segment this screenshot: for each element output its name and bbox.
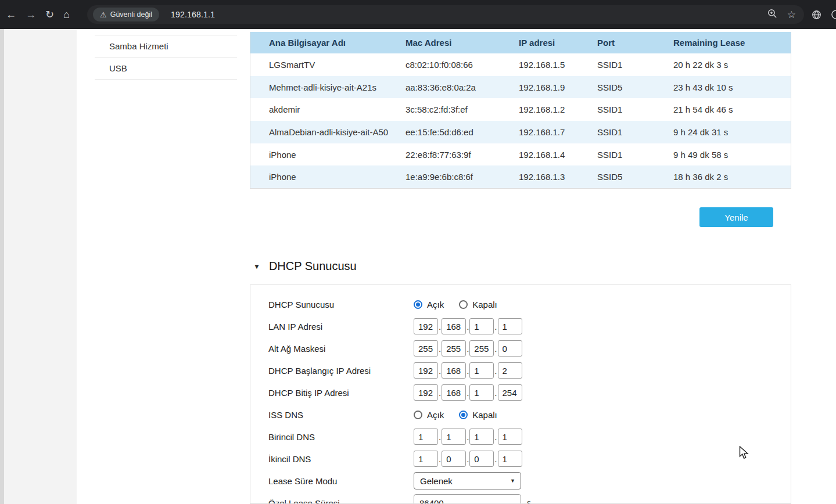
profile-icon[interactable] [830, 9, 836, 20]
lan-ip-octet-1[interactable] [414, 318, 438, 334]
port-cell: SSID1 [597, 105, 673, 114]
octet-separator [439, 366, 441, 375]
lease-mode-selected-value: Gelenek [420, 476, 453, 486]
lease-cell: 18 h 36 dk 2 s [673, 172, 791, 182]
custom-lease-label: Özel Lease Süresi [250, 498, 414, 504]
octet-separator [467, 366, 469, 375]
form-row-isp-dns: ISS DNS Açık Kapalı [250, 404, 791, 426]
lease-mode-select[interactable]: Gelenek ▼ [414, 472, 521, 489]
mac-cell: ee:15:fe:5d:d6:ed [406, 127, 519, 137]
port-cell: SSID5 [597, 82, 673, 92]
sidebar: Samba Hizmeti USB [95, 29, 237, 80]
hostname-cell: LGSmartTV [250, 60, 406, 70]
mac-cell: aa:83:36:e8:0a:2a [406, 82, 519, 92]
secondary-dns-octet-1[interactable] [414, 451, 438, 467]
browser-nav-icons: ← → ↻ ⌂ [6, 0, 70, 29]
dhcp-end-octet-3[interactable] [469, 384, 494, 401]
dhcp-end-octet-2[interactable] [442, 384, 466, 401]
subnet-octet-1[interactable] [414, 340, 438, 357]
lan-ip-octet-4[interactable] [498, 318, 522, 334]
sidebar-item-samba[interactable]: Samba Hizmeti [95, 35, 237, 57]
collapse-triangle-icon[interactable]: ▼ [253, 263, 260, 270]
isp-dns-off-radio[interactable] [459, 411, 468, 419]
octet-separator [467, 388, 469, 397]
dhcp-server-label: DHCP Sunucusu [250, 300, 414, 309]
dhcp-server-off-label: Kapalı [472, 300, 497, 309]
lan-ip-octet-2[interactable] [442, 318, 466, 334]
dhcp-start-octet-4[interactable] [498, 362, 522, 379]
security-badge-label: Güvenli değil [110, 10, 152, 19]
form-row-primary-dns: Birincil DNS [250, 426, 791, 448]
lease-cell: 9 h 24 dk 31 s [673, 127, 791, 137]
hostname-cell: AlmaDebian-adli-kisiye-ait-A50 [250, 127, 406, 137]
dhcp-start-octet-3[interactable] [469, 362, 494, 379]
primary-dns-octet-2[interactable] [442, 429, 466, 445]
warning-icon: ⚠ [100, 11, 107, 19]
left-edge-strip [0, 29, 4, 504]
ip-cell: 192.168.1.2 [519, 105, 597, 114]
isp-dns-off-label: Kapalı [472, 410, 497, 420]
form-row-lease-mode: Lease Süre Modu Gelenek ▼ [250, 470, 791, 492]
lease-cell: 9 h 49 dk 58 s [673, 150, 791, 160]
lan-ip-octet-3[interactable] [469, 318, 494, 334]
back-icon[interactable]: ← [6, 9, 16, 20]
home-icon[interactable]: ⌂ [63, 9, 70, 20]
security-badge[interactable]: ⚠ Güvenli değil [93, 8, 159, 21]
bookmark-star-icon[interactable]: ☆ [787, 10, 796, 20]
zoom-icon[interactable] [767, 8, 778, 21]
form-row-subnet-mask: Alt Ağ Maskesi [250, 337, 791, 359]
hostname-cell: Mehmet-adli-kisiye-ait-A21s [250, 82, 406, 92]
octet-separator [439, 344, 441, 353]
omnibox-right-icons: ☆ [767, 5, 796, 24]
subnet-octet-3[interactable] [469, 340, 494, 357]
primary-dns-octet-4[interactable] [498, 429, 522, 445]
lease-cell: 23 h 43 dk 10 s [673, 82, 791, 92]
subnet-octet-2[interactable] [442, 340, 466, 357]
octet-separator [494, 366, 497, 375]
sidebar-item-usb[interactable]: USB [95, 57, 237, 80]
address-bar[interactable]: ⚠ Güvenli değil 192.168.1.1 ☆ [87, 5, 804, 24]
octet-separator [467, 322, 469, 331]
reload-icon[interactable]: ↻ [45, 9, 54, 20]
column-header: Ana Bilgisayar Adı [250, 38, 406, 48]
mac-cell: 1e:a9:9e:6b:c8:6f [406, 172, 519, 182]
dhcp-start-octet-1[interactable] [414, 362, 438, 379]
octet-separator [494, 344, 497, 353]
secondary-dns-octet-3[interactable] [469, 451, 494, 467]
subnet-mask-label: Alt Ağ Maskesi [250, 344, 414, 354]
subnet-octet-4[interactable] [498, 340, 522, 357]
isp-dns-on-radio[interactable] [414, 411, 422, 419]
custom-lease-input[interactable] [414, 494, 521, 504]
ip-cell: 192.168.1.7 [519, 127, 597, 137]
forward-icon[interactable]: → [26, 9, 36, 20]
primary-dns-octet-1[interactable] [414, 429, 438, 445]
form-row-custom-lease: Özel Lease Süresi s [250, 492, 791, 504]
dhcp-server-off-radio[interactable] [459, 300, 468, 309]
isp-dns-label: ISS DNS [250, 410, 414, 420]
dhcp-end-octet-1[interactable] [414, 384, 438, 401]
url-text[interactable]: 192.168.1.1 [171, 10, 215, 19]
hostname-cell: akdemir [250, 105, 406, 114]
table-row: Mehmet-adli-kisiye-ait-A21s aa:83:36:e8:… [250, 76, 791, 99]
lease-cell: 20 h 22 dk 3 s [673, 60, 791, 70]
dhcp-end-octet-4[interactable] [498, 384, 522, 401]
dhcp-section-header: ▼ DHCP Sunucusu [253, 260, 357, 273]
sidebar-item-label: Samba Hizmeti [109, 41, 168, 51]
secondary-dns-octet-4[interactable] [498, 451, 522, 467]
chevron-down-icon: ▼ [510, 478, 515, 484]
dhcp-server-on-radio[interactable] [414, 300, 422, 309]
custom-lease-suffix: s [527, 498, 531, 504]
column-header: Mac Adresi [406, 38, 519, 48]
port-cell: SSID1 [597, 150, 673, 160]
dhcp-start-octet-2[interactable] [442, 362, 466, 379]
refresh-button[interactable]: Yenile [699, 207, 773, 227]
globe-icon[interactable] [811, 9, 822, 20]
page-content: Samba Hizmeti USB Ana Bilgisayar Adı Mac… [0, 29, 836, 504]
table-row: akdemir 3c:58:c2:fd:3f:ef 192.168.1.2 SS… [250, 98, 791, 121]
dhcp-section-title: DHCP Sunucusu [269, 260, 357, 273]
ip-cell: 192.168.1.5 [519, 60, 597, 70]
ip-cell: 192.168.1.9 [519, 82, 597, 92]
primary-dns-octet-3[interactable] [469, 429, 494, 445]
secondary-dns-octet-2[interactable] [442, 451, 466, 467]
form-row-dhcp-end: DHCP Bitiş IP Adresi [250, 381, 791, 404]
